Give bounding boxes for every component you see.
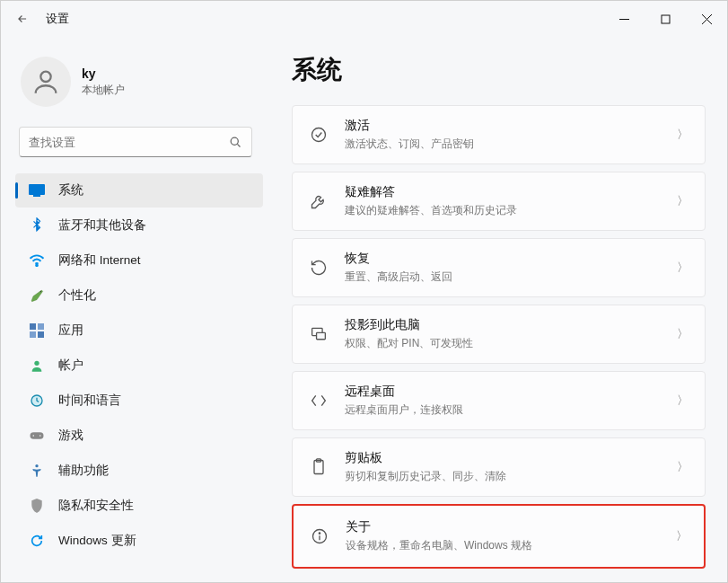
clipboard-icon [309, 457, 329, 477]
setting-troubleshoot[interactable]: 疑难解答 建议的疑难解答、首选项和历史记录 〉 [292, 172, 706, 231]
setting-text: 投影到此电脑 权限、配对 PIN、可发现性 [345, 317, 677, 351]
minimize-button[interactable] [603, 1, 645, 37]
recovery-icon [309, 258, 329, 278]
svg-point-27 [319, 533, 320, 534]
page-title: 系统 [292, 53, 706, 87]
svg-rect-13 [38, 331, 44, 338]
maximize-button[interactable] [645, 1, 686, 37]
search-box[interactable] [19, 127, 252, 157]
setting-subtitle: 激活状态、订阅、产品密钥 [345, 137, 677, 152]
chevron-right-icon: 〉 [677, 193, 689, 209]
wifi-icon [28, 252, 46, 269]
svg-rect-22 [317, 332, 326, 339]
svg-point-17 [33, 435, 35, 437]
sidebar-item-label: 应用 [58, 322, 83, 339]
setting-title: 远程桌面 [345, 384, 677, 400]
svg-point-14 [34, 361, 39, 366]
bluetooth-icon [28, 216, 46, 234]
close-button[interactable] [686, 1, 727, 37]
chevron-right-icon: 〉 [677, 260, 689, 276]
svg-point-19 [35, 464, 38, 467]
back-button[interactable] [13, 10, 31, 28]
svg-rect-7 [29, 184, 45, 195]
chevron-right-icon: 〉 [677, 127, 689, 143]
sidebar-item-label: 帐户 [58, 358, 83, 374]
remote-icon [309, 391, 329, 411]
profile-text: ky 本地帐户 [82, 66, 125, 98]
search-input[interactable] [29, 136, 229, 149]
setting-clipboard[interactable]: 剪贴板 剪切和复制历史记录、同步、清除 〉 [292, 437, 706, 497]
sidebar-item-label: Windows 更新 [58, 533, 136, 549]
profile-name: ky [82, 66, 125, 81]
sidebar-item-network[interactable]: 网络和 Internet [15, 243, 263, 278]
setting-text: 恢复 重置、高级启动、返回 [345, 251, 677, 285]
sidebar-item-accessibility[interactable]: 辅助功能 [15, 454, 263, 488]
setting-subtitle: 远程桌面用户，连接权限 [345, 402, 677, 418]
info-icon [310, 526, 329, 546]
svg-point-9 [36, 264, 38, 266]
brush-icon [28, 287, 46, 305]
sidebar-item-accounts[interactable]: 帐户 [15, 349, 263, 383]
apps-icon [28, 322, 46, 340]
profile-block[interactable]: ky 本地帐户 [15, 46, 263, 123]
setting-recovery[interactable]: 恢复 重置、高级启动、返回 〉 [292, 238, 706, 297]
wrench-icon [309, 191, 329, 211]
setting-projecting[interactable]: 投影到此电脑 权限、配对 PIN、可发现性 〉 [292, 305, 706, 364]
setting-title: 投影到此电脑 [345, 317, 677, 333]
check-circle-icon [309, 125, 329, 145]
sidebar-item-label: 隐私和安全性 [58, 498, 134, 514]
sidebar-item-gaming[interactable]: 游戏 [15, 419, 263, 453]
accessibility-icon [28, 462, 46, 480]
window-title: 设置 [46, 11, 69, 27]
setting-subtitle: 重置、高级启动、返回 [345, 269, 677, 285]
sidebar-item-label: 辅助功能 [58, 463, 109, 479]
titlebar: 设置 [1, 1, 727, 37]
system-icon [28, 181, 46, 199]
profile-subtitle: 本地帐户 [82, 83, 125, 98]
chevron-right-icon: 〉 [677, 326, 689, 342]
setting-title: 疑难解答 [345, 184, 677, 200]
setting-remote-desktop[interactable]: 远程桌面 远程桌面用户，连接权限 〉 [292, 371, 706, 430]
svg-point-4 [40, 72, 50, 82]
setting-subtitle: 建议的疑难解答、首选项和历史记录 [345, 203, 677, 218]
svg-rect-11 [38, 323, 44, 330]
sidebar-item-update[interactable]: Windows 更新 [15, 524, 263, 558]
svg-rect-12 [30, 331, 36, 338]
main-panel: 系统 激活 激活状态、订阅、产品密钥 〉 疑难解答 建议的疑难解答、首选项和历史… [270, 37, 727, 582]
setting-title: 剪贴板 [345, 450, 677, 466]
search-icon [229, 136, 242, 149]
sidebar-item-bluetooth[interactable]: 蓝牙和其他设备 [15, 208, 263, 243]
sidebar-item-system[interactable]: 系统 [15, 173, 263, 208]
setting-text: 剪贴板 剪切和复制历史记录、同步、清除 [345, 450, 677, 484]
setting-about[interactable]: 关于 设备规格，重命名电脑、Windows 规格 〉 [292, 504, 706, 569]
setting-subtitle: 权限、配对 PIN、可发现性 [345, 336, 677, 351]
sidebar-item-label: 网络和 Internet [58, 252, 141, 269]
svg-point-18 [39, 435, 41, 437]
setting-text: 激活 激活状态、订阅、产品密钥 [345, 118, 677, 152]
sidebar-item-apps[interactable]: 应用 [15, 314, 263, 348]
clock-icon [28, 392, 46, 410]
chevron-right-icon: 〉 [677, 459, 689, 475]
svg-line-6 [237, 144, 240, 146]
svg-rect-16 [31, 432, 44, 439]
svg-rect-8 [33, 195, 40, 197]
shield-icon [28, 497, 46, 515]
sidebar: ky 本地帐户 系统 蓝牙和其他设备 [1, 37, 270, 582]
sidebar-item-personalization[interactable]: 个性化 [15, 278, 263, 313]
svg-rect-10 [30, 323, 36, 330]
sidebar-item-label: 游戏 [58, 428, 83, 444]
sidebar-item-label: 蓝牙和其他设备 [58, 217, 146, 234]
setting-title: 激活 [345, 118, 677, 134]
sidebar-item-label: 系统 [58, 182, 83, 199]
window-controls [603, 1, 727, 37]
setting-subtitle: 设备规格，重命名电脑、Windows 规格 [346, 538, 676, 553]
setting-text: 疑难解答 建议的疑难解答、首选项和历史记录 [345, 184, 677, 218]
sidebar-item-time-language[interactable]: 时间和语言 [15, 384, 263, 418]
sidebar-item-label: 时间和语言 [58, 393, 121, 409]
account-icon [28, 357, 46, 375]
setting-activation[interactable]: 激活 激活状态、订阅、产品密钥 〉 [292, 105, 706, 164]
setting-title: 恢复 [345, 251, 677, 267]
sidebar-item-privacy[interactable]: 隐私和安全性 [15, 489, 263, 523]
svg-rect-1 [662, 15, 670, 23]
avatar [21, 57, 71, 107]
